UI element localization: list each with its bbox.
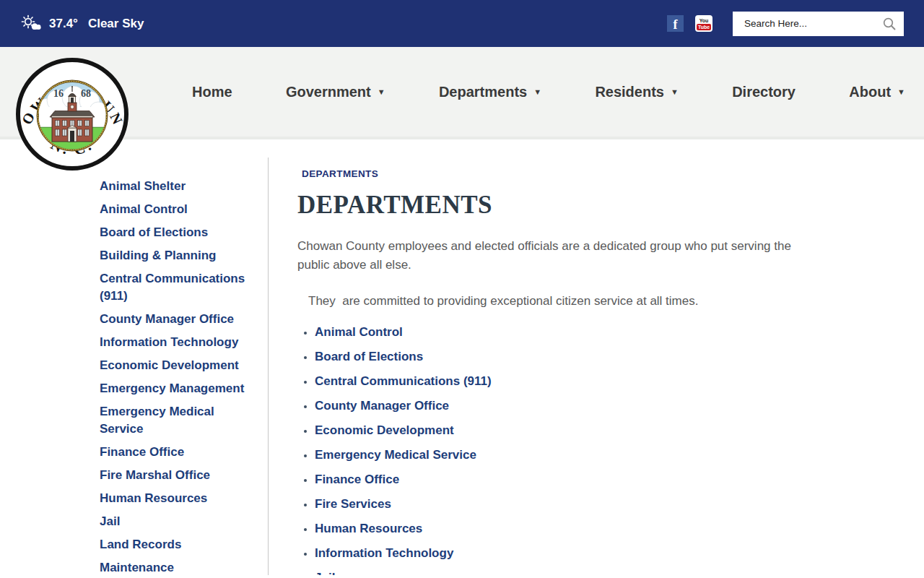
sidebar-department-link[interactable]: Emergency Management bbox=[100, 380, 255, 397]
nav-item[interactable]: Directory ▼ bbox=[732, 84, 796, 100]
list-item: County Manager Office bbox=[315, 399, 881, 413]
sidebar-department-link[interactable]: Land Records bbox=[100, 536, 255, 553]
chevron-down-icon: ▼ bbox=[378, 88, 385, 96]
sidebar-department-link[interactable]: Building & Planning bbox=[100, 247, 255, 264]
seal-year-right: 68 bbox=[81, 88, 91, 99]
nav-item-label: Government bbox=[286, 84, 371, 100]
search-icon[interactable] bbox=[882, 17, 897, 31]
department-link[interactable]: Finance Office bbox=[315, 473, 399, 486]
list-item: Human Resources bbox=[315, 522, 881, 536]
nav-item-label: Residents bbox=[595, 84, 664, 100]
department-link[interactable]: Fire Services bbox=[315, 497, 391, 511]
department-link[interactable]: County Manager Office bbox=[315, 399, 449, 413]
list-item: Central Communications (911) bbox=[315, 374, 881, 389]
nav-item[interactable]: Government ▼ bbox=[286, 84, 385, 100]
breadcrumb[interactable]: DEPARTMENTS bbox=[297, 168, 881, 179]
sidebar-department-link[interactable]: Animal Control bbox=[100, 201, 255, 218]
youtube-icon[interactable]: You Tube bbox=[695, 15, 712, 32]
sidebar-department-link[interactable]: Economic Development bbox=[100, 357, 255, 374]
nav-item[interactable]: Departments ▼ bbox=[439, 84, 541, 100]
content-area: Animal Shelter Animal Control Board of E… bbox=[0, 139, 924, 575]
department-link[interactable]: Economic Development bbox=[315, 423, 454, 437]
chevron-down-icon: ▼ bbox=[533, 88, 541, 96]
sidebar-department-link[interactable]: Emergency Medical Service bbox=[100, 403, 255, 438]
nav-item-label: Directory bbox=[732, 84, 796, 100]
list-item: Emergency Medical Service bbox=[315, 448, 881, 462]
weather-condition-text: Clear Sky bbox=[88, 17, 144, 31]
sidebar-department-link[interactable]: Fire Marshal Office bbox=[100, 467, 255, 484]
list-item: Fire Services bbox=[315, 497, 881, 512]
list-item: Information Technology bbox=[315, 546, 881, 561]
chevron-down-icon: ▼ bbox=[671, 88, 679, 96]
site-header: CHOWAN COUNTY N. C. bbox=[0, 47, 924, 139]
county-seal-logo[interactable]: CHOWAN COUNTY N. C. bbox=[14, 56, 130, 172]
sidebar-department-link[interactable]: Central Communications (911) bbox=[100, 270, 255, 305]
department-link[interactable]: Human Resources bbox=[315, 522, 422, 535]
sidebar-department-link[interactable]: Jail bbox=[100, 513, 255, 530]
nav-item-label: Home bbox=[192, 84, 232, 100]
weather-widget: 37.4° Clear Sky bbox=[20, 14, 144, 33]
topbar-right: f You Tube bbox=[667, 12, 904, 36]
sidebar-department-link[interactable]: Information Technology bbox=[100, 334, 255, 351]
nav-item[interactable]: Home ▼ bbox=[192, 84, 232, 100]
list-item: Jail bbox=[315, 571, 881, 575]
department-link[interactable]: Information Technology bbox=[315, 546, 453, 560]
sun-cloud-icon bbox=[20, 14, 42, 33]
list-item: Economic Development bbox=[315, 423, 881, 438]
list-item: Board of Elections bbox=[315, 350, 881, 364]
list-item: Finance Office bbox=[315, 473, 881, 487]
temperature-text: 37.4° bbox=[49, 17, 78, 31]
search-box bbox=[733, 12, 904, 36]
chevron-down-icon: ▼ bbox=[897, 88, 905, 96]
sidebar-department-link[interactable]: Finance Office bbox=[100, 444, 255, 461]
sidebar-department-list: Animal Shelter Animal Control Board of E… bbox=[100, 178, 255, 575]
commitment-text: They are committed to providing exceptio… bbox=[297, 292, 881, 311]
sidebar-department-link[interactable]: Maintenance bbox=[100, 559, 255, 575]
nav-item[interactable]: Residents ▼ bbox=[595, 84, 678, 100]
page-title: DEPARTMENTS bbox=[297, 191, 881, 220]
department-link[interactable]: Central Communications (911) bbox=[315, 374, 492, 388]
search-input[interactable] bbox=[743, 17, 882, 30]
vertical-divider bbox=[268, 158, 269, 575]
departments-sidebar: Animal Shelter Animal Control Board of E… bbox=[0, 139, 268, 575]
sidebar-department-link[interactable]: Human Resources bbox=[100, 490, 255, 507]
department-list: Animal Control Board of Elections Centra… bbox=[297, 325, 881, 575]
department-link[interactable]: Emergency Medical Service bbox=[315, 448, 476, 462]
nav-item-label: Departments bbox=[439, 84, 527, 100]
sidebar-department-link[interactable]: Animal Shelter bbox=[100, 178, 255, 195]
department-link[interactable]: Animal Control bbox=[315, 325, 403, 339]
main-panel: DEPARTMENTS DEPARTMENTS Chowan County em… bbox=[268, 139, 924, 575]
department-link[interactable]: Jail bbox=[315, 571, 335, 575]
youtube-tube-text: Tube bbox=[697, 24, 711, 30]
main-nav: Home ▼ Government ▼ Departments ▼ Reside… bbox=[173, 47, 905, 137]
list-item: Animal Control bbox=[315, 325, 881, 340]
nav-item-label: About bbox=[849, 84, 891, 100]
nav-item[interactable]: About ▼ bbox=[849, 84, 905, 100]
department-link[interactable]: Board of Elections bbox=[315, 350, 423, 363]
facebook-icon[interactable]: f bbox=[667, 15, 684, 32]
sidebar-department-link[interactable]: Board of Elections bbox=[100, 224, 255, 241]
top-bar: 37.4° Clear Sky f You Tube bbox=[0, 0, 924, 47]
youtube-you-text: You bbox=[699, 18, 709, 23]
seal-year-left: 16 bbox=[53, 88, 64, 99]
facebook-letter: f bbox=[674, 17, 678, 32]
sidebar-department-link[interactable]: County Manager Office bbox=[100, 311, 255, 328]
intro-text: Chowan County employees and elected offi… bbox=[297, 237, 799, 275]
